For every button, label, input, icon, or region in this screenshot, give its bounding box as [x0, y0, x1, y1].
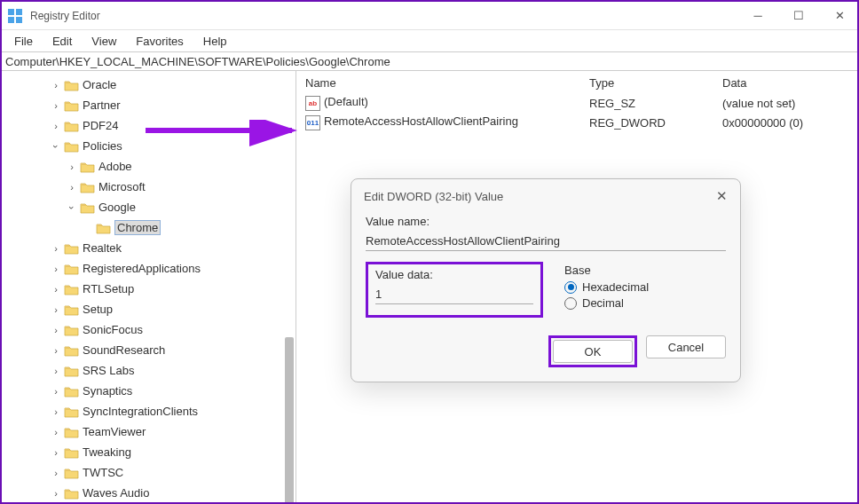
value-data: (value not set)	[722, 97, 848, 110]
tree-item-chrome[interactable]: ›Chrome	[2, 217, 296, 238]
tree-item-label: Setup	[83, 303, 113, 316]
cancel-button[interactable]: Cancel	[646, 335, 726, 358]
tree-item-label: SRS Labs	[83, 364, 135, 377]
app-icon	[7, 8, 23, 24]
chevron-icon[interactable]: ›	[50, 79, 62, 91]
tree-item-waves-audio[interactable]: ›Waves Audio	[2, 483, 296, 502]
tree-item-partner[interactable]: ›Partner	[2, 95, 296, 115]
tree-item-label: Tweaking	[83, 445, 131, 459]
tree-item-setup[interactable]: ›Setup	[2, 299, 296, 319]
folder-icon	[64, 385, 79, 398]
folder-icon	[64, 303, 79, 316]
column-header-type[interactable]: Type	[589, 76, 722, 90]
chevron-icon[interactable]: ›	[50, 140, 62, 153]
dialog-close-button[interactable]: ✕	[716, 188, 728, 204]
column-header-data[interactable]: Data	[722, 76, 848, 90]
chevron-icon[interactable]: ›	[50, 467, 62, 479]
chevron-icon[interactable]: ›	[66, 201, 78, 214]
titlebar: Registry Editor ─ ☐ ✕	[2, 2, 857, 30]
tree-item-label: SoundResearch	[83, 343, 165, 357]
tree-item-syncintegrationclients[interactable]: ›SyncIntegrationClients	[2, 401, 296, 421]
ok-button[interactable]: OK	[553, 340, 633, 363]
chevron-icon[interactable]: ›	[50, 385, 62, 398]
tree-panel[interactable]: ›Oracle›Partner›PDF24›Policies›Adobe›Mic…	[2, 71, 296, 502]
folder-icon	[80, 201, 95, 214]
menu-favorites[interactable]: Favorites	[127, 33, 192, 50]
folder-icon	[64, 242, 79, 255]
svg-rect-2	[8, 17, 14, 23]
address-text: Computer\HKEY_LOCAL_MACHINE\SOFTWARE\Pol…	[5, 55, 390, 68]
scrollbar-thumb[interactable]	[285, 337, 294, 502]
tree-item-srs-labs[interactable]: ›SRS Labs	[2, 360, 296, 381]
value-name-input[interactable]	[366, 232, 726, 251]
tree-item-label: PDF24	[83, 119, 118, 132]
chevron-icon[interactable]: ›	[66, 181, 78, 193]
base-group: Base Hexadecimal Decimal	[559, 262, 726, 318]
menubar: File Edit View Favorites Help	[2, 30, 857, 51]
tree-item-oracle[interactable]: ›Oracle	[2, 75, 296, 95]
tree-item-realtek[interactable]: ›Realtek	[2, 238, 296, 258]
address-bar[interactable]: Computer\HKEY_LOCAL_MACHINE\SOFTWARE\Pol…	[2, 51, 857, 71]
tree-item-policies[interactable]: ›Policies	[2, 136, 296, 156]
menu-edit[interactable]: Edit	[43, 33, 81, 50]
tree-item-label: Microsoft	[99, 180, 146, 193]
chevron-icon[interactable]: ›	[50, 283, 62, 295]
dword-value-icon: 011	[305, 115, 320, 130]
menu-help[interactable]: Help	[194, 33, 236, 50]
value-type: REG_SZ	[589, 97, 722, 110]
chevron-icon[interactable]: ›	[50, 324, 62, 336]
radio-hexadecimal[interactable]: Hexadecimal	[564, 280, 721, 294]
tree-item-label: Chrome	[114, 220, 161, 235]
chevron-icon[interactable]: ›	[50, 487, 62, 500]
folder-icon	[80, 181, 95, 193]
chevron-icon[interactable]: ›	[50, 120, 62, 132]
maximize-button[interactable]: ☐	[786, 7, 811, 25]
tree-item-pdf24[interactable]: ›PDF24	[2, 115, 296, 136]
string-value-icon: ab	[305, 96, 320, 111]
tree-item-label: Realtek	[83, 241, 122, 255]
chevron-icon[interactable]: ›	[50, 263, 62, 275]
tree-item-registeredapplications[interactable]: ›RegisteredApplications	[2, 258, 296, 279]
tree-item-microsoft[interactable]: ›Microsoft	[2, 177, 296, 197]
chevron-icon[interactable]: ›	[50, 344, 62, 357]
value-data-input[interactable]	[375, 285, 533, 304]
menu-file[interactable]: File	[5, 33, 42, 50]
chevron-icon[interactable]: ›	[50, 406, 62, 418]
close-button[interactable]: ✕	[827, 7, 852, 25]
tree-item-label: Adobe	[99, 160, 132, 173]
folder-icon	[64, 140, 79, 153]
folder-icon	[96, 222, 111, 234]
tree-item-tweaking[interactable]: ›Tweaking	[2, 442, 296, 462]
chevron-icon[interactable]: ›	[66, 161, 78, 173]
tree-item-synaptics[interactable]: ›Synaptics	[2, 381, 296, 401]
tree-item-google[interactable]: ›Google	[2, 197, 296, 217]
ok-highlight: OK	[548, 335, 637, 367]
chevron-icon[interactable]: ›	[50, 426, 62, 438]
radio-decimal[interactable]: Decimal	[564, 296, 721, 310]
value-row[interactable]: 011RemoteAccessHostAllowClientPairingREG…	[305, 113, 848, 132]
chevron-icon[interactable]: ›	[50, 365, 62, 377]
value-row[interactable]: ab(Default)REG_SZ(value not set)	[305, 93, 848, 113]
value-type: REG_DWORD	[589, 116, 722, 130]
chevron-icon[interactable]: ›	[50, 303, 62, 316]
tree-item-twtsc[interactable]: ›TWTSC	[2, 462, 296, 483]
tree-item-label: Policies	[83, 139, 122, 153]
window-title: Registry Editor	[30, 10, 745, 22]
value-data-highlight: Value data:	[366, 262, 543, 318]
chevron-icon[interactable]: ›	[50, 242, 62, 255]
minimize-button[interactable]: ─	[745, 7, 770, 25]
tree-item-label: Oracle	[83, 78, 116, 91]
tree-item-soundresearch[interactable]: ›SoundResearch	[2, 340, 296, 360]
menu-view[interactable]: View	[83, 33, 125, 50]
chevron-icon[interactable]: ›	[50, 99, 62, 112]
tree-item-rtlsetup[interactable]: ›RTLSetup	[2, 279, 296, 299]
tree-item-adobe[interactable]: ›Adobe	[2, 156, 296, 177]
tree-item-teamviewer[interactable]: ›TeamViewer	[2, 421, 296, 442]
tree-item-sonicfocus[interactable]: ›SonicFocus	[2, 319, 296, 340]
folder-icon	[64, 79, 79, 91]
folder-icon	[64, 487, 79, 500]
value-data: 0x00000000 (0)	[722, 116, 848, 130]
chevron-icon[interactable]: ›	[50, 446, 62, 459]
column-header-name[interactable]: Name	[305, 76, 589, 90]
folder-icon	[64, 406, 79, 418]
